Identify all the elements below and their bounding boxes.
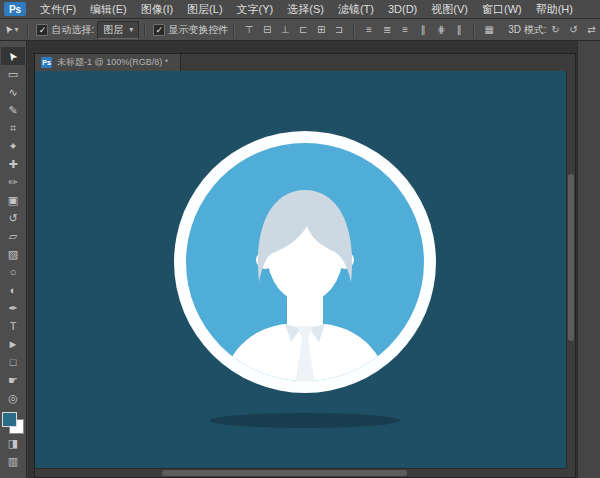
divider — [144, 23, 146, 37]
distribute-vertical-centers-icon[interactable]: ≣ — [379, 23, 395, 36]
canvas[interactable] — [35, 71, 566, 468]
auto-align-layers-icon[interactable]: ▦ — [481, 23, 497, 36]
menu-window[interactable]: 窗口(W) — [475, 1, 529, 18]
align-right-edges-icon[interactable]: ⊐ — [331, 23, 347, 36]
vertical-scrollbar[interactable] — [566, 71, 575, 468]
chevron-down-icon: ▾ — [129, 25, 133, 34]
divider — [473, 23, 475, 37]
healing-brush-tool-button[interactable]: ✚ — [1, 155, 25, 173]
3d-rotate-icon[interactable]: ↻ — [548, 23, 564, 36]
workspace: Ps 未标题-1 @ 100%(RGB/8) * — [28, 41, 600, 478]
ps-logo: Ps — [4, 2, 26, 16]
align-vertical-centers-icon[interactable]: ⊟ — [259, 23, 275, 36]
move-tool-icon: ➤ — [5, 48, 21, 63]
menu-file[interactable]: 文件(F) — [33, 1, 83, 18]
divider — [353, 23, 355, 37]
distribute-horizontal-centers-icon[interactable]: ⋕ — [433, 23, 449, 36]
eraser-tool-button[interactable]: ▱ — [1, 227, 25, 245]
menu-select[interactable]: 选择(S) — [280, 1, 331, 18]
quick-selection-tool-button[interactable]: ✎ — [1, 101, 25, 119]
divider — [233, 23, 235, 37]
photoshop-window: Ps 文件(F) 编辑(E) 图像(I) 图层(L) 文字(Y) 选择(S) 滤… — [0, 0, 600, 478]
menu-3d[interactable]: 3D(D) — [381, 2, 424, 16]
screen-mode-button[interactable]: ▥ — [1, 452, 25, 470]
tool-preset-picker[interactable]: ➤ ▾ — [0, 24, 22, 35]
align-top-edges-icon[interactable]: ⊤ — [241, 23, 257, 36]
pen-tool-button[interactable]: ✒ — [1, 299, 25, 317]
rectangular-marquee-tool-button[interactable]: ▭ — [1, 65, 25, 83]
auto-select-target-dropdown[interactable]: 图层 ▾ — [97, 21, 139, 39]
zoom-tool-button[interactable]: ◎ — [1, 389, 25, 407]
document-tab-title: 未标题-1 @ 100%(RGB/8) * — [57, 56, 168, 69]
options-bar: ➤ ▾ ✓ 自动选择: 图层 ▾ ✓ 显示变换控件 ⊤ ⊟ ⊥ ⊏ ⊞ ⊐ ≡ … — [0, 19, 600, 41]
foreground-color-swatch[interactable] — [2, 412, 17, 427]
3d-pan-icon[interactable]: ⇄ — [584, 23, 600, 36]
align-bottom-edges-icon[interactable]: ⊥ — [277, 23, 293, 36]
quick-mask-button[interactable]: ◨ — [1, 434, 25, 452]
align-left-edges-icon[interactable]: ⊏ — [295, 23, 311, 36]
move-tool-icon: ➤ — [1, 23, 15, 36]
avatar-artwork — [173, 130, 437, 394]
gradient-tool-button[interactable]: ▨ — [1, 245, 25, 263]
vertical-scrollbar-thumb[interactable] — [568, 174, 574, 341]
menu-view[interactable]: 视图(V) — [424, 1, 475, 18]
distribute-top-edges-icon[interactable]: ≡ — [361, 23, 377, 36]
scrollbar-corner — [566, 468, 575, 477]
auto-select-target-value: 图层 — [103, 23, 123, 37]
menu-type[interactable]: 文字(Y) — [230, 1, 281, 18]
show-transform-label: 显示变换控件 — [168, 23, 228, 37]
3d-roll-icon[interactable]: ↺ — [566, 23, 582, 36]
blur-tool-button[interactable]: ○ — [1, 263, 25, 281]
show-transform-checkbox[interactable]: ✓ — [153, 24, 165, 36]
crop-tool-button[interactable]: ⌗ — [1, 119, 25, 137]
eyedropper-tool-button[interactable]: ✦ — [1, 137, 25, 155]
panel-dock-collapsed[interactable] — [577, 41, 600, 478]
path-selection-tool-button[interactable]: ► — [1, 335, 25, 353]
menu-image[interactable]: 图像(I) — [134, 1, 180, 18]
document-file-icon: Ps — [41, 57, 52, 68]
tools-panel: ➤ ▭ ∿ ✎ ⌗ ✦ ✚ ✏ ▣ ↺ ▱ ▨ ○ ◐ ✒ T ► □ ☛ ◎ … — [0, 41, 27, 478]
document-tab-bar: Ps 未标题-1 @ 100%(RGB/8) * — [35, 54, 575, 72]
auto-select-checkbox[interactable]: ✓ — [36, 24, 48, 36]
divider — [27, 23, 29, 37]
menu-edit[interactable]: 编辑(E) — [83, 1, 134, 18]
document-window: Ps 未标题-1 @ 100%(RGB/8) * — [34, 53, 576, 478]
menu-help[interactable]: 帮助(H) — [529, 1, 580, 18]
avatar-drop-shadow — [210, 413, 400, 428]
horizontal-scrollbar[interactable] — [35, 468, 566, 477]
distribute-right-edges-icon[interactable]: ∥ — [451, 23, 467, 36]
horizontal-scrollbar-thumb[interactable] — [162, 470, 406, 476]
distribute-bottom-edges-icon[interactable]: ≡ — [397, 23, 413, 36]
brush-tool-button[interactable]: ✏ — [1, 173, 25, 191]
rectangle-tool-button[interactable]: □ — [1, 353, 25, 371]
color-swatches — [2, 412, 24, 434]
hand-tool-button[interactable]: ☛ — [1, 371, 25, 389]
lasso-tool-button[interactable]: ∿ — [1, 83, 25, 101]
type-tool-button[interactable]: T — [1, 317, 25, 335]
distribute-left-edges-icon[interactable]: ∥ — [415, 23, 431, 36]
auto-select-label: 自动选择: — [51, 23, 94, 37]
history-brush-tool-button[interactable]: ↺ — [1, 209, 25, 227]
menu-bar: Ps 文件(F) 编辑(E) 图像(I) 图层(L) 文字(Y) 选择(S) 滤… — [0, 0, 600, 19]
3d-mode-label: 3D 模式: — [508, 23, 546, 37]
menu-layer[interactable]: 图层(L) — [180, 1, 229, 18]
align-horizontal-centers-icon[interactable]: ⊞ — [313, 23, 329, 36]
dodge-tool-button[interactable]: ◐ — [1, 281, 25, 299]
move-tool-button[interactable]: ➤ — [1, 47, 25, 65]
menu-filter[interactable]: 滤镜(T) — [331, 1, 381, 18]
document-tab[interactable]: Ps 未标题-1 @ 100%(RGB/8) * — [35, 54, 181, 71]
clone-stamp-tool-button[interactable]: ▣ — [1, 191, 25, 209]
